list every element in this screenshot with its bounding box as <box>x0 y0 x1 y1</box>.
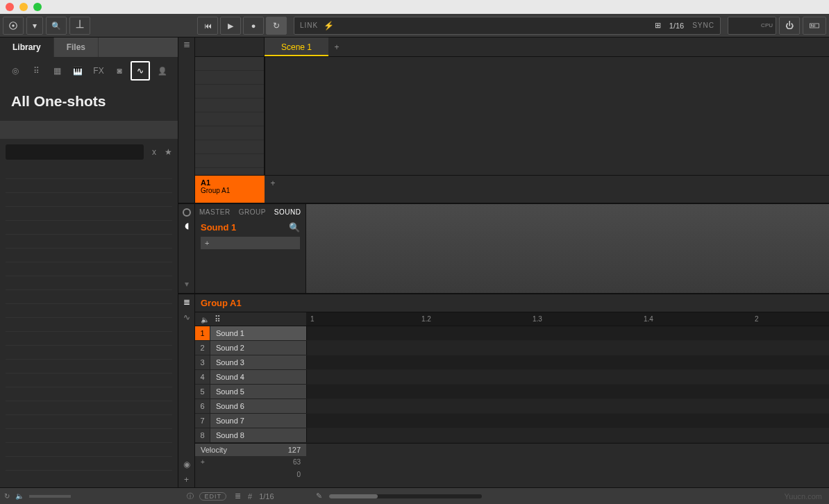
velocity-label[interactable]: Velocity 127 <box>195 444 306 456</box>
user-content-icon[interactable] <box>153 61 172 81</box>
sound-name-cell[interactable]: Sound 6 <box>210 399 306 413</box>
fx-icon[interactable]: FX <box>89 61 108 81</box>
plugin-icon[interactable]: ◖ <box>185 221 189 230</box>
velocity-knob-icon[interactable]: ◉ <box>178 457 194 472</box>
scene-tab[interactable]: Scene 1 <box>265 37 328 56</box>
groups-icon[interactable]: ◎ <box>6 61 25 81</box>
sounds-icon[interactable]: ⠿ <box>26 61 46 81</box>
audio-engine-button[interactable] <box>779 17 800 35</box>
restart-button[interactable] <box>197 17 218 35</box>
edit-button[interactable]: EDIT <box>199 492 226 501</box>
tab-master[interactable]: MASTER <box>199 208 231 216</box>
clear-search-button[interactable]: x <box>148 147 160 157</box>
file-menu-dropdown[interactable]: ▾ <box>26 17 43 35</box>
sound-number[interactable]: 5 <box>195 385 210 398</box>
sound-number[interactable]: 6 <box>195 399 210 413</box>
list-item[interactable] <box>6 304 172 318</box>
step-grid[interactable] <box>306 428 829 442</box>
results-list[interactable] <box>0 162 178 487</box>
sound-name-cell[interactable]: Sound 7 <box>210 414 306 428</box>
volume-icon[interactable]: 🔈 <box>15 492 24 500</box>
sound-number[interactable]: 2 <box>195 341 210 355</box>
tab-library[interactable]: Library <box>0 37 54 57</box>
pencil-icon[interactable]: ✎ <box>316 492 322 501</box>
list-item[interactable] <box>6 165 172 179</box>
sound-number[interactable]: 7 <box>195 414 210 428</box>
step-grid[interactable] <box>306 326 829 340</box>
tab-sound[interactable]: SOUND <box>274 208 301 216</box>
sound-name-cell[interactable]: Sound 1 <box>210 326 306 340</box>
info-button[interactable]: ⓘ <box>187 492 194 501</box>
sound-number[interactable]: 1 <box>195 326 210 340</box>
list-item[interactable] <box>6 262 172 276</box>
follow-grid-icon[interactable]: ⊞ <box>655 21 661 30</box>
step-grid[interactable] <box>306 341 829 355</box>
keyboard-view-button[interactable]: ∿ <box>178 310 194 325</box>
step-grid[interactable] <box>306 414 829 428</box>
pe-view-icon[interactable]: ≣ <box>235 492 241 501</box>
channel-icon[interactable] <box>183 208 191 217</box>
group-cell-a1[interactable]: A1 Group A1 <box>195 176 265 203</box>
tab-group[interactable]: GROUP <box>239 208 266 216</box>
list-item[interactable] <box>6 415 172 429</box>
mixer-toggle-button[interactable] <box>69 17 90 35</box>
list-item[interactable] <box>6 221 172 235</box>
list-item[interactable] <box>6 332 172 346</box>
traffic-close[interactable] <box>6 3 14 11</box>
sound-name-cell[interactable]: Sound 5 <box>210 385 306 398</box>
list-item[interactable] <box>6 207 172 221</box>
maschine-logo-button[interactable] <box>3 17 24 35</box>
list-item[interactable] <box>6 443 172 457</box>
pattern-grid[interactable] <box>265 57 829 175</box>
plugin-area[interactable] <box>306 204 829 293</box>
keys-icon[interactable] <box>68 61 87 81</box>
sound-number[interactable]: 4 <box>195 370 210 384</box>
add-lane-button[interactable]: + <box>178 472 194 487</box>
list-item[interactable] <box>6 276 172 290</box>
list-item[interactable] <box>6 318 172 332</box>
mute-icon[interactable] <box>201 314 209 324</box>
scrollbar-track[interactable] <box>329 494 482 498</box>
oneshots-icon[interactable] <box>131 61 150 81</box>
collapse-icon[interactable]: ▾ <box>185 279 189 289</box>
list-item[interactable] <box>6 249 172 262</box>
list-item[interactable] <box>6 387 172 401</box>
ideas-view-button[interactable]: ≣ <box>178 37 194 51</box>
list-item[interactable] <box>6 179 172 193</box>
loop-button[interactable] <box>266 17 287 35</box>
list-item[interactable] <box>6 193 172 207</box>
list-item[interactable] <box>6 346 172 360</box>
play-button[interactable] <box>220 17 241 35</box>
tab-files[interactable]: Files <box>54 37 99 57</box>
step-grid[interactable] <box>306 399 829 413</box>
pe-grid-value[interactable]: 1/16 <box>259 492 274 501</box>
step-grid[interactable] <box>306 370 829 384</box>
link-label[interactable]: LINK <box>300 22 318 29</box>
search-input[interactable] <box>6 144 144 160</box>
timeline-ruler[interactable]: 1 1.2 1.3 1.4 2 <box>306 312 829 326</box>
loops-icon[interactable]: ◙ <box>110 61 129 81</box>
grid-value[interactable]: 1/16 <box>669 22 684 30</box>
list-item[interactable] <box>6 373 172 387</box>
sound-name-cell[interactable]: Sound 8 <box>210 428 306 442</box>
list-item[interactable] <box>6 290 172 304</box>
list-item[interactable] <box>6 360 172 373</box>
sound-quick-browse-icon[interactable]: 🔍 <box>289 222 300 233</box>
sync-label[interactable]: SYNC <box>692 22 714 29</box>
filter-strip[interactable] <box>0 121 178 139</box>
sound-name-cell[interactable]: Sound 4 <box>210 370 306 384</box>
sound-name[interactable]: Sound 1 <box>201 222 236 233</box>
record-button[interactable] <box>243 17 264 35</box>
hash-icon[interactable]: # <box>248 492 252 501</box>
sound-name-cell[interactable]: Sound 3 <box>210 355 306 369</box>
list-item[interactable] <box>6 235 172 249</box>
pad-view-icon[interactable]: ⠿ <box>215 314 221 324</box>
loop-icon[interactable]: ↻ <box>4 492 10 500</box>
sound-name-cell[interactable]: Sound 2 <box>210 341 306 355</box>
velocity-grid[interactable] <box>306 444 829 487</box>
list-item[interactable] <box>6 457 172 471</box>
add-group-button[interactable]: + <box>265 176 281 203</box>
step-grid[interactable] <box>306 385 829 398</box>
ni-logo-button[interactable] <box>803 17 826 35</box>
instruments-icon[interactable]: ▦ <box>47 61 67 81</box>
